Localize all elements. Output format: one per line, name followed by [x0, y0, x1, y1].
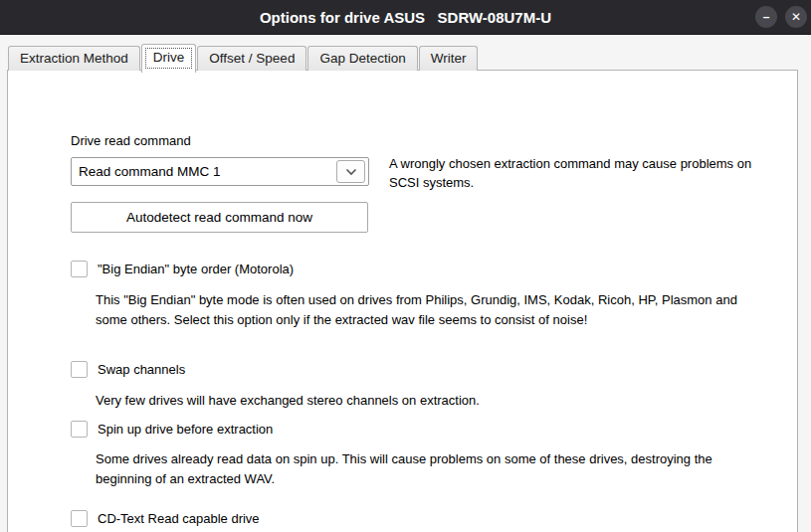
tab-label: Drive	[153, 50, 185, 65]
read-command-selected-value: Read command MMC 1	[72, 164, 336, 179]
cd-text-checkbox[interactable]	[71, 510, 88, 527]
tab-gap-detection[interactable]: Gap Detection	[307, 46, 417, 71]
cd-text-row: CD-Text Read capable drive	[71, 510, 260, 527]
titlebar: Options for drive ASUS SDRW-08U7M-U – ✕	[0, 0, 811, 35]
tab-label: Writer	[431, 51, 467, 66]
swap-channels-row: Swap channels	[71, 361, 185, 378]
big-endian-row: "Big Endian" byte order (Motorola)	[71, 261, 294, 277]
tab-label: Offset / Speed	[209, 51, 295, 66]
window-title: Options for drive ASUS SDRW-08U7M-U	[0, 0, 811, 34]
spin-up-row: Spin up drive before extraction	[71, 421, 273, 438]
options-dialog: { "window": { "title": "Options for driv…	[0, 0, 811, 532]
dropdown-open-button[interactable]	[336, 160, 365, 183]
spin-up-label: Spin up drive before extraction	[98, 422, 273, 437]
chevron-down-icon	[345, 168, 357, 176]
big-endian-description: This "Big Endian" byte mode is often use…	[96, 290, 760, 330]
read-command-dropdown[interactable]: Read command MMC 1	[71, 157, 369, 186]
tab-extraction-method[interactable]: Extraction Method	[8, 46, 140, 71]
tab-drive[interactable]: Drive	[141, 44, 197, 73]
tab-writer[interactable]: Writer	[419, 46, 479, 71]
big-endian-checkbox[interactable]	[71, 261, 88, 277]
tab-label: Gap Detection	[319, 51, 405, 66]
close-icon: ✕	[791, 11, 801, 23]
swap-channels-label: Swap channels	[98, 362, 185, 377]
tab-offset-speed[interactable]: Offset / Speed	[197, 46, 306, 71]
minimize-icon: –	[763, 11, 770, 23]
cd-text-label: CD-Text Read capable drive	[98, 511, 260, 526]
tab-label: Extraction Method	[20, 51, 128, 66]
swap-channels-description: Very few drives will have exchanged ster…	[96, 391, 760, 411]
tab-bar: Extraction Method Drive Offset / Speed G…	[8, 44, 479, 71]
button-label: Autodetect read command now	[126, 210, 312, 225]
spin-up-description: Some drives already read data on spin up…	[96, 449, 747, 489]
read-command-note: A wrongly chosen extraction command may …	[389, 154, 759, 192]
close-button[interactable]: ✕	[785, 6, 807, 28]
minimize-button[interactable]: –	[755, 6, 777, 28]
spin-up-checkbox[interactable]	[71, 421, 88, 438]
drive-read-command-label: Drive read command	[71, 133, 191, 148]
autodetect-read-command-button[interactable]: Autodetect read command now	[71, 202, 368, 233]
big-endian-label: "Big Endian" byte order (Motorola)	[98, 262, 294, 276]
drive-tab-panel: Drive read command Read command MMC 1 A …	[7, 70, 798, 532]
swap-channels-checkbox[interactable]	[71, 361, 88, 378]
